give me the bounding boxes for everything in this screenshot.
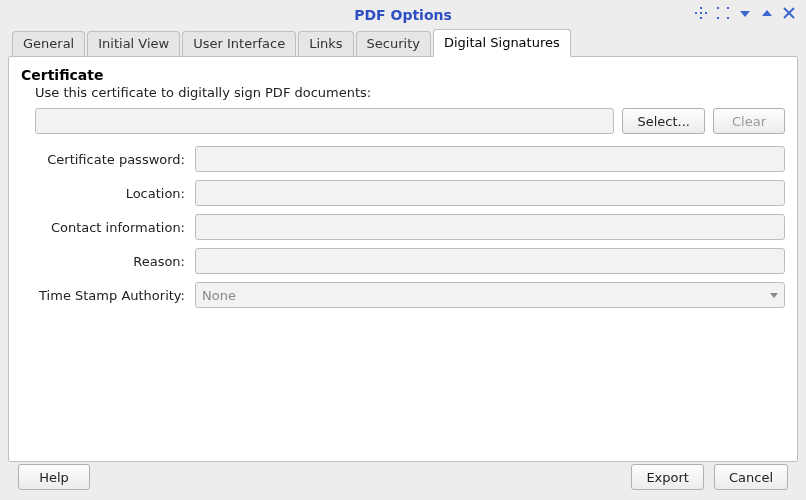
svg-rect-8	[727, 17, 729, 19]
window-maximize-icon[interactable]	[760, 6, 774, 20]
window-move-icon[interactable]	[694, 6, 708, 20]
tab-panel: Certificate Use this certificate to digi…	[8, 56, 798, 462]
svg-marker-10	[762, 10, 772, 16]
tsa-row: Time Stamp Authority: None	[35, 282, 785, 308]
tab-user-interface[interactable]: User Interface	[182, 31, 296, 56]
section-description: Use this certificate to digitally sign P…	[35, 85, 785, 100]
svg-rect-2	[700, 17, 702, 19]
svg-rect-6	[727, 7, 729, 9]
tab-links[interactable]: Links	[298, 31, 353, 56]
certificate-chooser-row: Select... Clear	[35, 108, 785, 134]
reason-row: Reason:	[35, 248, 785, 274]
tab-digital-signatures[interactable]: Digital Signatures	[433, 29, 571, 57]
contact-row: Contact information:	[35, 214, 785, 240]
reason-input[interactable]	[195, 248, 785, 274]
tab-security[interactable]: Security	[356, 31, 431, 56]
location-label: Location:	[35, 186, 195, 201]
certificate-path-input[interactable]	[35, 108, 614, 134]
svg-rect-5	[717, 7, 719, 9]
tsa-label: Time Stamp Authority:	[35, 288, 195, 303]
password-row: Certificate password:	[35, 146, 785, 172]
tab-row: General Initial View User Interface Link…	[0, 30, 806, 56]
chevron-down-icon	[770, 293, 778, 298]
certificate-password-input[interactable]	[195, 146, 785, 172]
tsa-select[interactable]: None	[195, 282, 785, 308]
window-minimize-icon[interactable]	[738, 6, 752, 20]
password-label: Certificate password:	[35, 152, 195, 167]
svg-rect-7	[717, 17, 719, 19]
export-button[interactable]: Export	[631, 464, 704, 490]
section-title-certificate: Certificate	[21, 67, 785, 83]
svg-rect-4	[705, 12, 707, 14]
contact-label: Contact information:	[35, 220, 195, 235]
svg-rect-1	[700, 7, 702, 9]
window-title: PDF Options	[354, 7, 452, 23]
svg-rect-0	[700, 12, 702, 14]
location-row: Location:	[35, 180, 785, 206]
location-input[interactable]	[195, 180, 785, 206]
titlebar: PDF Options	[0, 0, 806, 30]
cancel-button[interactable]: Cancel	[714, 464, 788, 490]
svg-rect-3	[695, 12, 697, 14]
window-controls	[694, 6, 796, 20]
tab-initial-view[interactable]: Initial View	[87, 31, 180, 56]
contact-information-input[interactable]	[195, 214, 785, 240]
tsa-select-value: None	[202, 288, 236, 303]
select-certificate-button[interactable]: Select...	[622, 108, 705, 134]
svg-marker-9	[740, 11, 750, 17]
clear-certificate-button[interactable]: Clear	[713, 108, 785, 134]
dialog-footer: Help Export Cancel	[0, 464, 806, 490]
window-close-icon[interactable]	[782, 6, 796, 20]
tab-general[interactable]: General	[12, 31, 85, 56]
help-button[interactable]: Help	[18, 464, 90, 490]
reason-label: Reason:	[35, 254, 195, 269]
window-corners-icon[interactable]	[716, 6, 730, 20]
